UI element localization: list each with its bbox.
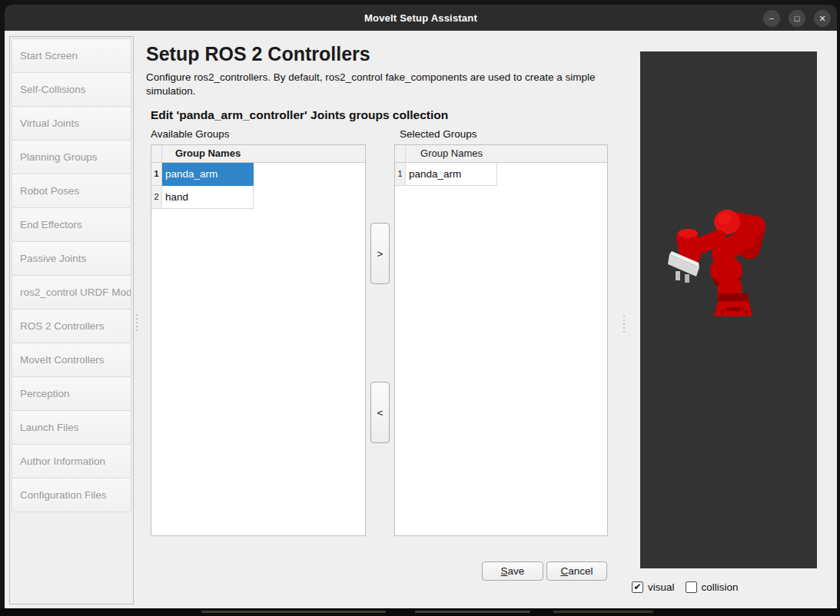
sidebar-item-robot-poses[interactable]: Robot Poses xyxy=(12,174,131,208)
visual-checkbox[interactable]: ✔ visual xyxy=(632,581,675,593)
window-controls: − □ ✕ xyxy=(763,10,831,27)
section-title: Edit 'panda_arm_controller' Joints group… xyxy=(151,108,448,122)
close-icon: ✕ xyxy=(818,14,825,22)
row-number[interactable]: 1 xyxy=(395,163,406,186)
available-table-header-row: Group Names xyxy=(151,145,365,163)
sidebar-item-configuration-files[interactable]: Configuration Files xyxy=(12,478,131,512)
available-groups-label: Available Groups xyxy=(151,128,230,140)
available-group-cell-panda-arm[interactable]: panda_arm xyxy=(162,163,254,186)
cancel-button[interactable]: Cancel xyxy=(546,561,607,581)
robot-3d-viewport[interactable] xyxy=(640,51,817,568)
page-title: Setup ROS 2 Controllers xyxy=(146,43,370,65)
sidebar-item-author-information[interactable]: Author Information xyxy=(12,444,131,479)
selected-group-cell-panda-arm[interactable]: panda_arm xyxy=(406,163,497,186)
sidebar-item-launch-files[interactable]: Launch Files xyxy=(12,410,131,445)
sidebar-item-start-screen[interactable]: Start Screen xyxy=(12,38,131,73)
move-to-selected-button[interactable]: > xyxy=(370,223,390,284)
window-title: MoveIt Setup Assistant xyxy=(364,12,477,24)
robot-visualization xyxy=(640,51,817,568)
sidebar-splitter-handle[interactable] xyxy=(136,314,138,331)
move-to-available-button[interactable]: < xyxy=(370,382,390,443)
titlebar[interactable]: MoveIt Setup Assistant − □ ✕ xyxy=(5,5,837,31)
sidebar-item-self-collisions[interactable]: Self-Collisions xyxy=(12,72,131,107)
sidebar-item-passive-joints[interactable]: Passive Joints xyxy=(12,241,131,276)
sidebar-item-end-effectors[interactable]: End Effectors xyxy=(12,207,131,242)
minimize-button[interactable]: − xyxy=(763,10,780,27)
sidebar-item-perception[interactable]: Perception xyxy=(12,376,131,411)
selected-groups-label: Selected Groups xyxy=(400,128,477,140)
selected-table-header-row: Group Names xyxy=(395,145,607,163)
sidebar-item-ros2-controllers[interactable]: ROS 2 Controllers xyxy=(12,309,131,343)
moveit-setup-assistant-window: MoveIt Setup Assistant − □ ✕ Start Scree… xyxy=(0,0,840,616)
available-table-column-header[interactable]: Group Names xyxy=(162,145,254,162)
selected-groups-table: Group Names 1 panda_arm xyxy=(394,144,608,536)
maximize-button[interactable]: □ xyxy=(789,10,805,27)
background-window-strip xyxy=(0,608,840,616)
save-button[interactable]: Save xyxy=(482,561,543,581)
table-row: 1 panda_arm xyxy=(395,163,607,186)
selected-table-corner[interactable] xyxy=(395,145,406,162)
maximize-icon: □ xyxy=(795,14,800,22)
minimize-icon: − xyxy=(769,14,774,22)
checkbox-unchecked-icon xyxy=(686,581,697,593)
sidebar-item-moveit-controllers[interactable]: MoveIt Controllers xyxy=(12,343,131,377)
close-button[interactable]: ✕ xyxy=(814,10,831,27)
available-group-cell-hand[interactable]: hand xyxy=(162,186,254,209)
visual-checkbox-label: visual xyxy=(648,581,675,593)
table-row: 2 hand xyxy=(151,186,365,209)
sidebar-item-planning-groups[interactable]: Planning Groups xyxy=(12,140,131,174)
collision-checkbox-label: collision xyxy=(702,581,739,593)
table-row: 1 panda_arm xyxy=(151,163,365,186)
available-table-corner[interactable] xyxy=(151,145,162,162)
viewport-splitter-handle[interactable] xyxy=(623,316,625,333)
page-description: Configure ros2_controllers. By default, … xyxy=(146,71,613,98)
row-number[interactable]: 2 xyxy=(151,186,162,209)
available-groups-table: Group Names 1 panda_arm 2 hand xyxy=(151,144,366,536)
sidebar-nav: Start Screen Self-Collisions Virtual Joi… xyxy=(9,36,134,604)
collision-checkbox[interactable]: collision xyxy=(686,581,739,593)
render-options: ✔ visual collision xyxy=(632,581,739,593)
sidebar-item-ros2-control-urdf[interactable]: ros2_control URDF Mod xyxy=(12,275,131,310)
sidebar-item-virtual-joints[interactable]: Virtual Joints xyxy=(12,106,131,141)
row-number[interactable]: 1 xyxy=(151,163,162,186)
checkbox-checked-icon: ✔ xyxy=(632,581,643,593)
selected-table-column-header[interactable]: Group Names xyxy=(406,145,497,162)
